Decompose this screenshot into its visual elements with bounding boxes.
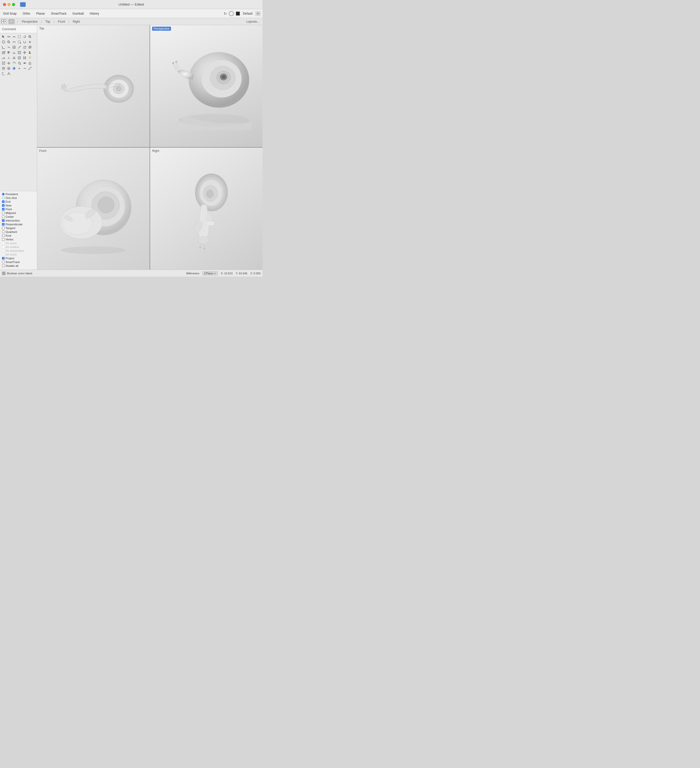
extra-tool-2[interactable] xyxy=(6,71,11,76)
mesh-tool[interactable] xyxy=(11,55,17,60)
single-view-icon[interactable] xyxy=(8,19,14,24)
snap-vertex-checkbox[interactable] xyxy=(2,238,5,241)
history-button[interactable]: History xyxy=(89,11,100,16)
snap-end-label[interactable]: End xyxy=(6,200,11,203)
snap-center-label[interactable]: Center xyxy=(6,215,14,218)
one-shot-label[interactable]: One shot xyxy=(6,197,17,199)
light-tool[interactable] xyxy=(27,55,32,60)
dot-tool[interactable] xyxy=(6,34,11,39)
snap-perpendicular-checkbox[interactable]: ✓ xyxy=(2,223,5,226)
viewport-perspective[interactable]: Perspective xyxy=(150,25,262,147)
snap-midpoint-label[interactable]: Midpoint xyxy=(6,211,16,214)
eye-tool[interactable] xyxy=(22,61,27,66)
rotate-view-tool[interactable] xyxy=(11,61,17,66)
tab-perspective[interactable]: Perspective xyxy=(19,19,40,24)
extra-tool-1[interactable] xyxy=(1,71,6,76)
rotate-tool[interactable] xyxy=(22,34,27,39)
text-tool[interactable]: A xyxy=(6,55,11,60)
snap-perpendicular-label[interactable]: Perpendicular xyxy=(6,223,22,226)
paint-tool[interactable] xyxy=(6,50,11,55)
viewport-right[interactable]: Right xyxy=(150,147,262,270)
hatch-tool[interactable] xyxy=(17,50,22,55)
snap-near-label[interactable]: Near xyxy=(6,204,11,207)
paint2-tool[interactable] xyxy=(1,66,6,71)
rect-select-tool[interactable] xyxy=(17,34,22,39)
persistent-label[interactable]: Persistent xyxy=(6,193,18,196)
grid-view-icon[interactable] xyxy=(1,19,7,24)
back-arrow-icon[interactable]: ↻ xyxy=(224,11,227,16)
snap-midpoint-checkbox[interactable] xyxy=(2,212,5,214)
sidebar-toggle[interactable] xyxy=(20,2,26,7)
default-label[interactable]: Default xyxy=(242,11,253,16)
snap-project-checkbox[interactable]: ✓ xyxy=(2,257,5,259)
layout-icon[interactable] xyxy=(256,11,261,16)
align-tool[interactable] xyxy=(27,50,32,55)
arrow-tool[interactable] xyxy=(17,45,22,50)
tab-right[interactable]: Right xyxy=(70,19,83,24)
snap-point-checkbox[interactable]: ✓ xyxy=(2,208,5,211)
layouts-button[interactable]: Layouts... xyxy=(246,20,262,23)
tab-front[interactable]: Front xyxy=(56,19,68,24)
scale-tool[interactable] xyxy=(27,66,32,71)
grid-snap-button[interactable]: Grid Snap xyxy=(2,11,18,16)
move2-tool[interactable] xyxy=(22,66,27,71)
persistent-radio[interactable] xyxy=(2,193,5,195)
arc-tool[interactable] xyxy=(11,34,17,39)
snap-intersection-checkbox[interactable]: ✓ xyxy=(2,219,5,222)
circle-icon[interactable] xyxy=(229,11,234,16)
boolean-tool[interactable] xyxy=(27,45,32,50)
fillet-tool[interactable] xyxy=(1,45,6,50)
zoom-fit-tool[interactable] xyxy=(1,61,6,66)
zoom-out-tool[interactable] xyxy=(6,40,11,45)
pointer-tool[interactable] xyxy=(1,34,6,39)
lock-tool[interactable] xyxy=(27,61,32,66)
snap-disableall-checkbox[interactable] xyxy=(2,264,5,267)
array-tool[interactable] xyxy=(22,55,27,60)
move-tool[interactable] xyxy=(22,50,27,55)
gumball-button[interactable]: Gumball xyxy=(71,11,85,16)
snap-quadrant-checkbox[interactable] xyxy=(2,230,5,233)
snap-project-label[interactable]: Project xyxy=(6,257,14,260)
viewport-top[interactable]: Top xyxy=(37,25,150,147)
color-swatch[interactable] xyxy=(236,11,240,16)
maximize-button[interactable] xyxy=(12,3,15,6)
curve-tool[interactable] xyxy=(11,40,17,45)
snap-intersection-label[interactable]: Intersection xyxy=(6,219,20,222)
chevron-tool[interactable] xyxy=(17,66,22,71)
radial-tool[interactable] xyxy=(6,66,11,71)
snap-knot-checkbox[interactable] xyxy=(2,234,5,237)
object-prop-tool[interactable]: i xyxy=(11,66,17,71)
grid-tool[interactable] xyxy=(11,45,17,50)
smarttrack-button[interactable]: SmartTrack xyxy=(50,11,68,16)
snap-disableall-label[interactable]: Disable all xyxy=(6,264,18,267)
one-shot-radio[interactable] xyxy=(2,197,5,199)
snap-point-label[interactable]: Point xyxy=(6,208,12,211)
snap-quadrant-label[interactable]: Quadrant xyxy=(6,230,17,234)
tab-top[interactable]: Top xyxy=(43,19,53,24)
cplane-button[interactable]: CPlane xyxy=(202,271,218,275)
ortho-button[interactable]: Ortho xyxy=(22,11,31,16)
close-button[interactable] xyxy=(3,3,6,6)
dim-tool[interactable]: dim xyxy=(1,55,6,60)
snap-vertex-label[interactable]: Vertex xyxy=(6,238,13,241)
extrude-tool[interactable] xyxy=(22,45,27,50)
planar-button[interactable]: Planar xyxy=(35,11,46,16)
snap-tangent-checkbox[interactable] xyxy=(2,227,5,229)
circle-arc-tool[interactable] xyxy=(1,40,6,45)
curve-network-tool[interactable] xyxy=(27,40,32,45)
bend-tool[interactable] xyxy=(22,40,27,45)
snap-center-checkbox[interactable] xyxy=(2,216,5,218)
zoom-extents-tool[interactable] xyxy=(17,61,22,66)
minimize-button[interactable] xyxy=(8,3,11,6)
snap-end-checkbox[interactable]: ✓ xyxy=(2,200,5,203)
surface-tool[interactable] xyxy=(11,50,17,55)
viewport-front[interactable]: Front xyxy=(37,147,150,270)
solid-box-tool[interactable] xyxy=(1,50,6,55)
snap-knot-label[interactable]: Knot xyxy=(6,234,11,237)
snap-smarttrack-label[interactable]: SmartTrack xyxy=(6,261,19,264)
pan-tool[interactable] xyxy=(6,61,11,66)
mesh2-tool[interactable] xyxy=(17,55,22,60)
snap-tangent-label[interactable]: Tangent xyxy=(6,227,15,230)
blend-tool[interactable] xyxy=(6,45,11,50)
poly-select-tool[interactable] xyxy=(17,40,22,45)
